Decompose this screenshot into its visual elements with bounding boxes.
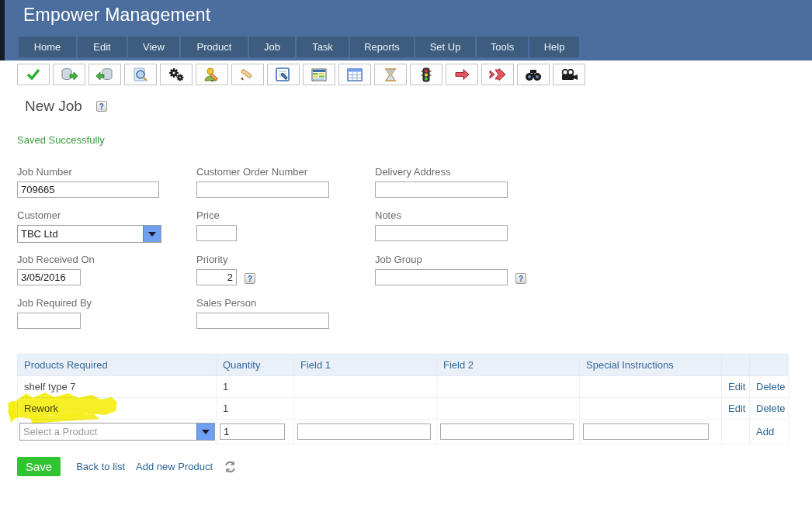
menu-item-help[interactable]: Help [529, 36, 579, 57]
job-group-label: Job Group [375, 254, 526, 265]
edit-user-button[interactable] [196, 64, 228, 85]
status-button[interactable] [410, 64, 442, 85]
header-left-edge [0, 0, 5, 60]
table-view-button[interactable] [338, 64, 371, 85]
product-select-value: Select a Product [20, 423, 196, 440]
menu-item-task[interactable]: Task [297, 36, 349, 57]
empower-management-app: Empower Management Home Edit View Produc… [0, 0, 812, 522]
user-edit-icon [203, 67, 220, 82]
menu-item-home[interactable]: Home [19, 36, 76, 57]
add-new-product-link[interactable]: Add new Product [136, 461, 213, 472]
forward-button[interactable] [446, 64, 478, 85]
page-title: New Job [25, 98, 82, 115]
settings-button[interactable] [160, 64, 193, 85]
sales-person-label: Sales Person [196, 297, 329, 309]
edit-link[interactable]: Edit [728, 403, 745, 414]
list-report-button[interactable] [303, 64, 335, 85]
menu-item-setup[interactable]: Set Up [415, 36, 475, 57]
priority-field: Priority ? [196, 254, 255, 285]
customer-dropdown[interactable]: TBC Ltd [17, 225, 161, 243]
edit-button[interactable] [231, 64, 264, 85]
job-required-by-input[interactable] [17, 313, 81, 329]
field2-cell [437, 376, 580, 398]
col-header-field1: Field 1 [294, 354, 437, 376]
new-quantity-input[interactable] [220, 423, 285, 440]
sales-person-input[interactable] [196, 313, 329, 329]
pencil-icon [239, 67, 256, 81]
menu-item-tools[interactable]: Tools [477, 36, 528, 57]
table-row: Rework 1 Edit Delete [18, 398, 789, 420]
priority-help-icon[interactable]: ? [245, 273, 255, 284]
menu-item-reports[interactable]: Reports [350, 36, 414, 57]
special-instructions-cell [580, 398, 722, 420]
new-field2-input[interactable] [440, 423, 574, 440]
product-select-dropdown-button[interactable] [196, 423, 214, 440]
product-cell: Rework [18, 398, 217, 420]
search-preview-button[interactable] [124, 64, 157, 85]
customer-dropdown-button[interactable] [143, 226, 161, 242]
video-camera-icon [560, 69, 578, 81]
job-received-on-input[interactable] [17, 269, 81, 285]
customer-order-number-input[interactable] [196, 181, 329, 198]
traffic-light-icon [421, 67, 432, 82]
approve-button[interactable] [17, 64, 50, 85]
priority-label: Priority [196, 254, 255, 265]
app-header: Empower Management Home Edit View Produc… [0, 0, 812, 60]
database-export-button[interactable] [53, 64, 85, 85]
delete-link[interactable]: Delete [756, 381, 786, 392]
menu-item-job[interactable]: Job [249, 36, 295, 57]
job-form: Job Number Customer TBC Ltd Job Received… [0, 166, 812, 335]
job-received-on-field: Job Received On [17, 254, 95, 285]
col-header-field2: Field 2 [437, 354, 580, 376]
hourglass-icon [383, 67, 398, 82]
col-header-delete [750, 354, 789, 376]
database-export-icon [60, 67, 78, 81]
new-product-row: Select a Product Add [18, 420, 789, 444]
refresh-button[interactable] [224, 461, 237, 473]
binoculars-icon [525, 68, 542, 81]
special-instructions-cell [580, 376, 722, 398]
product-select-dropdown[interactable]: Select a Product [19, 423, 215, 441]
notes-input[interactable] [375, 225, 508, 241]
page-help-icon[interactable]: ? [96, 101, 107, 112]
quantity-cell: 1 [217, 398, 294, 420]
save-button[interactable]: Save [17, 457, 61, 476]
record-button[interactable] [553, 64, 585, 85]
menu-item-edit[interactable]: Edit [78, 36, 127, 57]
col-header-edit [722, 354, 750, 376]
notes-field: Notes [375, 209, 508, 241]
find-button[interactable] [517, 64, 550, 85]
price-input[interactable] [196, 225, 237, 241]
gears-icon [167, 67, 186, 82]
edit-link[interactable]: Edit [728, 381, 745, 392]
job-group-help-icon[interactable]: ? [515, 273, 526, 284]
edit-form-button[interactable] [267, 64, 300, 85]
customer-field: Customer TBC Ltd [17, 209, 161, 243]
job-group-input[interactable] [375, 269, 508, 285]
refresh-icon [224, 461, 237, 473]
sales-person-field: Sales Person [196, 297, 329, 329]
back-to-list-link[interactable]: Back to list [76, 461, 125, 472]
fast-forward-button[interactable] [481, 64, 514, 85]
footer-actions: Save Back to list Add new Product [17, 457, 812, 476]
products-table-wrap: Products Required Quantity Field 1 Field… [17, 354, 788, 444]
price-label: Price [196, 209, 237, 221]
pending-button[interactable] [374, 64, 407, 85]
field2-cell [437, 398, 580, 420]
job-number-field: Job Number [17, 166, 159, 198]
priority-input[interactable] [196, 269, 237, 285]
delete-link[interactable]: Delete [756, 403, 786, 414]
new-field1-input[interactable] [297, 423, 431, 440]
menu-item-product[interactable]: Product [181, 36, 248, 57]
new-special-instructions-input[interactable] [583, 423, 709, 440]
field1-cell [294, 376, 437, 398]
customer-dropdown-value: TBC Ltd [18, 226, 143, 242]
job-received-on-label: Job Received On [17, 254, 95, 265]
search-document-icon [132, 67, 149, 81]
add-link[interactable]: Add [756, 426, 774, 437]
menu-item-view[interactable]: View [128, 36, 179, 57]
database-import-button[interactable] [88, 64, 121, 85]
delivery-address-input[interactable] [375, 181, 508, 198]
col-header-quantity: Quantity [217, 354, 294, 376]
job-number-input[interactable] [17, 181, 159, 198]
